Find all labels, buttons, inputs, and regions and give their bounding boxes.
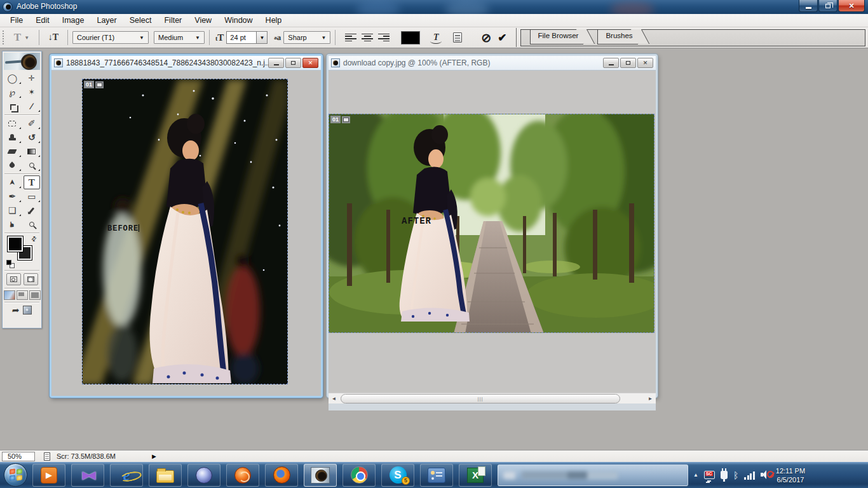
taskbar-internet-explorer[interactable]: e [110,464,143,487]
doc-minimize-button[interactable] [268,58,284,68]
font-size-combo[interactable]: 24 pt ▼ [226,31,268,44]
text-color-swatch[interactable] [401,31,420,44]
doc-titlebar[interactable]: 18881843_771666746348514_788624343803008… [51,56,321,71]
menu-image[interactable]: Image [56,14,91,27]
tool-gradient[interactable] [22,144,42,158]
jump-to-imageready[interactable]: ➦ [3,305,41,315]
tool-lasso[interactable]: ℘ [3,85,22,99]
tool-magic-wand[interactable]: ✶ [22,85,42,99]
start-button[interactable] [4,463,27,487]
menu-select[interactable]: Select [123,14,158,27]
align-center-button[interactable] [359,30,376,44]
tab-brushes[interactable]: Brushes [597,30,637,44]
document-window-before[interactable]: 18881843_771666746348514_788624343803008… [50,54,323,398]
zoom-level-field[interactable]: 50% [2,452,35,461]
align-right-button[interactable] [376,30,392,44]
warp-text-button[interactable]: T [426,32,445,43]
tool-clone-stamp[interactable] [3,130,22,144]
volume-muted-icon[interactable] [761,470,772,480]
taskbar-skype[interactable]: S 5 [381,464,414,487]
taskbar-orange-browser[interactable] [226,464,259,487]
tool-eraser[interactable] [3,144,22,158]
tool-brush[interactable]: ✐ [22,116,42,130]
font-style-dropdown[interactable]: Medium ▼ [154,31,205,44]
taskbar-file-explorer[interactable] [149,464,182,487]
align-left-button[interactable] [342,30,359,44]
document-window-after[interactable]: download copy.jpg @ 100% (AFTER, RGB) ✕ [327,54,658,398]
tool-pen[interactable]: ✒ [3,189,22,203]
scroll-right-icon[interactable]: ► [645,393,656,404]
tool-move[interactable]: ✛ [22,71,42,85]
tool-notes[interactable]: ❏ [3,203,22,217]
tool-history-brush[interactable]: ↺ [22,130,42,144]
menu-window[interactable]: Window [218,14,259,27]
close-button[interactable]: ✕ [838,0,865,12]
image-before[interactable]: 01 BEFORE [82,79,288,384]
tool-zoom[interactable] [22,217,42,231]
tool-dodge[interactable] [22,158,42,172]
taskbar-firefox[interactable] [265,464,298,487]
taskbar-control-panel[interactable] [420,464,453,487]
taskbar-kmplayer[interactable]: ▶◀ [71,464,104,487]
tool-slice[interactable]: ∕ [22,99,42,113]
photoshop-logo[interactable] [4,53,40,70]
doc-maximize-button[interactable] [620,58,636,68]
commit-edits-button[interactable]: ✔ [498,31,506,44]
standard-mode-button[interactable] [6,273,21,285]
power-plug-icon[interactable] [721,471,728,479]
minimize-button[interactable] [799,0,818,12]
foreground-color-swatch[interactable] [8,236,23,252]
text-orientation-button[interactable]: ↓T [44,32,63,43]
cancel-edits-button[interactable]: ⊘ [481,30,491,45]
taskbar-excel[interactable]: X [459,464,492,487]
scroll-thumb[interactable]: ||| [341,394,620,403]
palettes-toggle-button[interactable] [453,32,462,43]
doc-titlebar[interactable]: download copy.jpg @ 100% (AFTER, RGB) ✕ [329,56,656,71]
default-colors-button[interactable] [6,260,15,268]
options-grip[interactable] [2,30,5,45]
anti-alias-dropdown[interactable]: Sharp ▼ [283,31,330,44]
horizontal-scrollbar[interactable]: ◄ ||| ► [329,393,656,403]
swap-colors-icon[interactable]: ⇄ [29,234,38,243]
taskbar-media-player[interactable]: ▶ [32,464,65,487]
image-after[interactable]: 01 AFTER [329,114,654,333]
quick-mask-button[interactable] [24,273,38,285]
menu-filter[interactable]: Filter [158,14,188,27]
doc-minimize-button[interactable] [603,58,619,68]
taskbar-chrome[interactable] [342,464,376,487]
tool-blur[interactable] [3,158,22,172]
menu-help[interactable]: Help [259,14,288,27]
tool-eyedropper[interactable] [22,203,42,217]
doc-close-button[interactable]: ✕ [302,58,318,68]
menu-edit[interactable]: Edit [29,14,56,27]
fullscreen-menubar-button[interactable] [17,290,28,300]
font-size-value[interactable]: 24 pt [226,31,257,44]
canvas-area[interactable]: 01 BEFORE [51,71,321,410]
menu-file[interactable]: File [4,14,29,27]
tool-shape[interactable]: ▭ [22,189,42,203]
bluetooth-icon[interactable]: ᛒ [733,470,738,480]
screen-capture-tray-icon[interactable] [704,471,715,479]
type-tool-preset[interactable]: T ▼ [9,31,34,44]
taskbar-palemoon[interactable] [187,464,220,487]
canvas-area[interactable]: 01 AFTER ◄ ||| ► [329,71,656,410]
tray-expand-icon[interactable]: ▲ [693,472,698,478]
tool-path-select[interactable]: ➤ [3,175,22,189]
before-text-layer[interactable]: BEFORE [107,224,139,233]
app-titlebar[interactable]: Adobe Photoshop ✕ [0,0,868,14]
fullscreen-button[interactable] [29,290,41,300]
status-menu-arrow-icon[interactable]: ► [151,452,158,460]
restore-button[interactable] [818,0,837,12]
doc-maximize-button[interactable] [285,58,301,68]
tool-marquee[interactable]: ◯ [3,71,22,85]
tool-type[interactable]: T [24,175,41,189]
standard-screen-button[interactable] [4,290,15,300]
after-text-layer[interactable]: AFTER [402,216,431,226]
taskbar-photoshop[interactable] [304,464,337,487]
tab-file-browser[interactable]: File Browser [530,30,584,44]
menu-view[interactable]: View [188,14,218,27]
taskbar-browser-window-button[interactable] [498,464,688,486]
tool-crop[interactable] [3,99,22,113]
tool-hand[interactable]: ☛ [3,217,22,231]
taskbar-clock[interactable]: 12:11 PM 6/5/2017 [776,466,805,484]
